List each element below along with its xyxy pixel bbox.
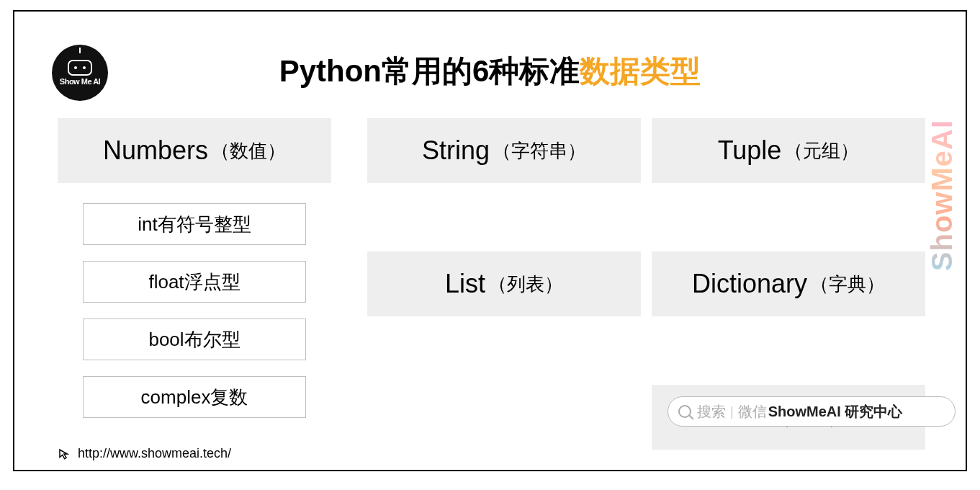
type-string: String （字符串） — [367, 118, 641, 183]
cursor-icon — [58, 447, 71, 460]
type-numbers: Numbers （数值） — [58, 118, 331, 183]
type-label-zh: （数值） — [211, 138, 286, 164]
search-brand: ShowMeAI 研究中心 — [768, 402, 903, 422]
type-list: List （列表） — [367, 251, 641, 316]
slide-frame: Show Me AI Python常用的6种标准数据类型 Numbers （数值… — [13, 10, 967, 471]
search-banner: 搜索 | 微信 ShowMeAI 研究中心 — [667, 396, 956, 427]
type-label-en: String — [422, 135, 490, 166]
type-dictionary: Dictionary （字典） — [652, 251, 925, 316]
column-middle: String （字符串） List （列表） — [367, 118, 641, 385]
title-accent: 数据类型 — [580, 54, 701, 88]
slide-title: Python常用的6种标准数据类型 — [14, 51, 966, 92]
subtype-int: int有符号整型 — [83, 203, 306, 245]
search-label: 搜索 — [697, 402, 726, 422]
search-platform: 微信 — [738, 402, 767, 422]
type-label-zh: （字符串） — [493, 138, 586, 164]
type-label-zh: （列表） — [488, 272, 563, 297]
column-numbers: Numbers （数值） int有符号整型 float浮点型 bool布尔型 c… — [58, 118, 331, 434]
type-label-zh: （字典） — [810, 272, 885, 297]
type-label-zh: （元组） — [784, 138, 859, 164]
footer-url: http://www.showmeai.tech/ — [78, 446, 231, 461]
separator: | — [730, 404, 734, 419]
type-label-en: Tuple — [718, 135, 782, 166]
subtype-float: float浮点型 — [83, 261, 306, 303]
type-label-en: List — [445, 269, 485, 299]
type-tuple: Tuple （元组） — [652, 118, 925, 183]
subtype-bool: bool布尔型 — [83, 318, 306, 360]
type-label-en: Dictionary — [692, 269, 807, 299]
search-icon — [678, 405, 691, 418]
footer: http://www.showmeai.tech/ — [58, 446, 231, 461]
watermark: ShowMeAI — [926, 120, 958, 271]
type-label-en: Numbers — [103, 135, 208, 166]
title-prefix: Python常用的6种标准 — [279, 54, 580, 88]
subtype-complex: complex复数 — [83, 376, 306, 418]
